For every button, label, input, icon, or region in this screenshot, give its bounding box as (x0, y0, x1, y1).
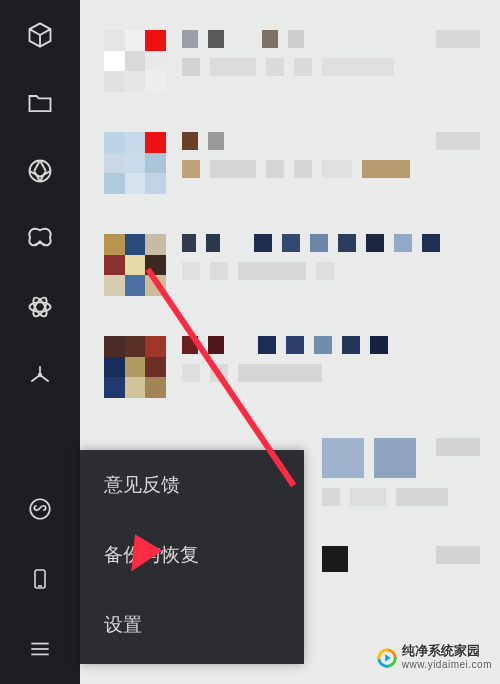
watermark-url: www.yidaimei.com (402, 659, 492, 671)
svg-point-4 (39, 374, 42, 377)
menu-item-feedback[interactable]: 意见反馈 (80, 450, 304, 520)
butterfly-icon[interactable] (25, 224, 55, 254)
menu-icon[interactable] (25, 634, 55, 664)
list-thumb (104, 336, 166, 398)
menu-item-label: 意见反馈 (104, 474, 180, 495)
menu-item-label: 设置 (104, 614, 142, 635)
cube-icon[interactable] (25, 20, 55, 50)
menu-item-label: 备份与恢复 (104, 544, 199, 565)
more-menu-popup: 意见反馈 备份与恢复 设置 (80, 450, 304, 664)
spark-icon[interactable] (25, 360, 55, 390)
list-item[interactable] (104, 30, 480, 92)
menu-item-backup[interactable]: 备份与恢复 (80, 520, 304, 590)
list-thumb (104, 234, 166, 296)
sidebar-bottom-group (0, 494, 80, 664)
list-item[interactable] (104, 234, 480, 296)
list-thumb (104, 132, 166, 194)
list-body (182, 30, 480, 76)
list-body (182, 132, 480, 178)
list-body (182, 336, 480, 382)
svg-point-0 (30, 161, 51, 182)
miniprogram-icon[interactable] (25, 494, 55, 524)
sidebar-top-group (0, 20, 80, 390)
sidebar (0, 0, 80, 684)
list-item[interactable] (104, 132, 480, 194)
phone-icon[interactable] (25, 564, 55, 594)
list-item[interactable] (104, 336, 480, 398)
watermark-text: 纯净系统家园 www.yidaimei.com (402, 644, 492, 670)
folder-icon[interactable] (25, 88, 55, 118)
atom-icon[interactable] (25, 292, 55, 322)
svg-point-1 (30, 302, 51, 311)
watermark: 纯净系统家园 www.yidaimei.com (376, 644, 492, 670)
aperture-icon[interactable] (25, 156, 55, 186)
list-body (182, 234, 480, 280)
menu-item-settings[interactable]: 设置 (80, 590, 304, 664)
watermark-logo-icon (376, 647, 396, 667)
watermark-title: 纯净系统家园 (402, 644, 492, 659)
list-thumb (104, 30, 166, 92)
